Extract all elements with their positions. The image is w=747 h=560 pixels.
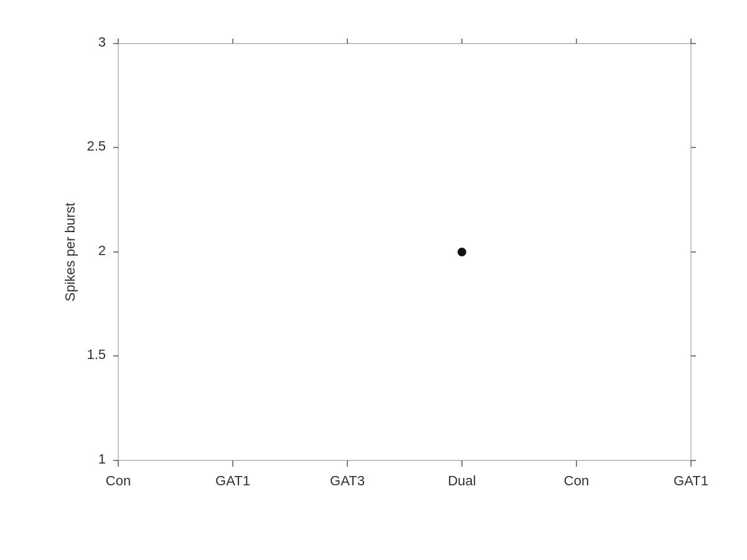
x-label-con2: Con [564,473,589,488]
y-axis-label: Spikes per burst [62,203,78,302]
y-tick-2.5: 2.5 [87,138,106,154]
chart-container: 3 2.5 2 1.5 1 Con GAT1 GAT3 [0,0,747,560]
x-label-dual: Dual [448,473,476,488]
x-label-gat3: GAT3 [330,473,365,488]
y-tick-1.5: 1.5 [87,347,106,362]
y-tick-3: 3 [98,34,106,50]
y-tick-1: 1 [98,451,106,467]
chart-svg: 3 2.5 2 1.5 1 Con GAT1 GAT3 [56,25,710,510]
svg-rect-0 [118,44,691,460]
chart-wrapper: 3 2.5 2 1.5 1 Con GAT1 GAT3 [31,25,716,535]
data-point-dual-2 [458,248,466,256]
x-label-con1: Con [106,473,131,488]
x-label-gat1-1: GAT1 [215,473,250,488]
y-tick-2: 2 [98,243,106,258]
x-label-gat1-2: GAT1 [674,473,708,488]
